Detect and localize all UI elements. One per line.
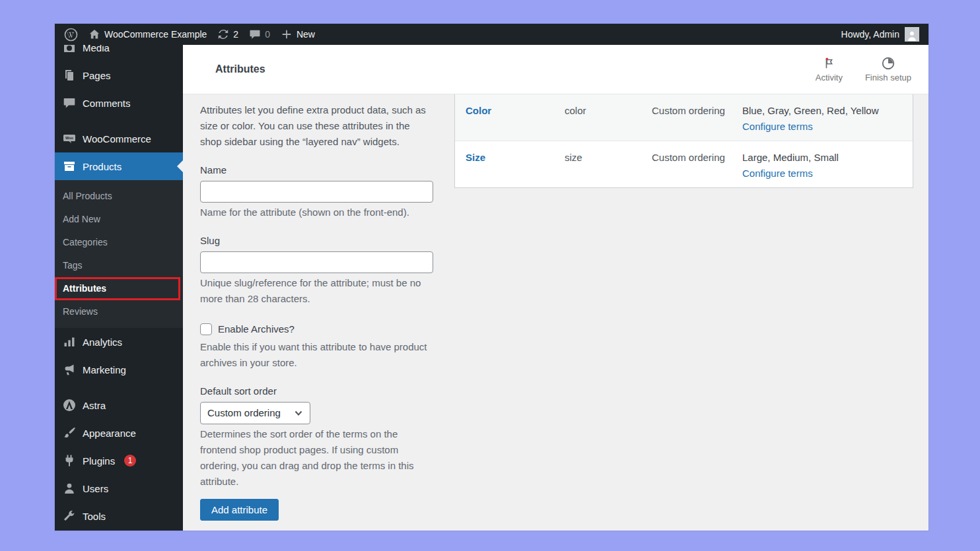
submenu-item-all-products[interactable]: All Products [55,184,183,207]
attribute-slug-cell: color [554,94,641,141]
sidebar-item-comments[interactable]: Comments [55,89,183,117]
new-content-menu[interactable]: New [281,28,315,40]
sort-order-label: Default sort order [200,383,433,399]
media-icon [63,45,76,54]
submenu-label: Add New [63,214,100,224]
updates-menu[interactable]: 2 [217,28,238,40]
terms-list: Blue, Gray, Green, Red, Yellow [742,103,906,119]
slug-input[interactable] [200,251,433,273]
sidebar-separator [55,117,183,125]
finish-setup-button[interactable]: Finish setup [865,56,911,82]
enable-archives-label: Enable Archives? [218,321,295,337]
attribute-orderby-cell: Custom ordering [641,94,732,141]
sidebar-item-label: Plugins [83,455,115,467]
submenu-label: All Products [63,191,112,201]
sidebar-item-media[interactable]: Media [55,45,183,61]
attributes-table: Color color Custom ordering Blue, Gray, … [454,94,913,188]
sidebar-item-label: Marketing [83,364,126,375]
comments-count: 0 [265,29,270,40]
sidebar-item-plugins[interactable]: Plugins 1 [55,447,183,474]
sidebar-item-marketing[interactable]: Marketing [55,356,183,383]
table-row-color: Color color Custom ordering Blue, Gray, … [455,94,913,141]
attribute-terms-cell: Large, Medium, Small Configure terms [732,141,913,187]
attribute-slug-cell: size [554,141,641,187]
sidebar-item-users[interactable]: Users [55,474,183,502]
appearance-icon [63,426,76,439]
svg-text:Woo: Woo [65,136,74,140]
sort-order-select[interactable]: Custom ordering [200,402,310,424]
sidebar-item-tools[interactable]: Tools [55,502,183,530]
site-menu[interactable]: WooCommerce Example [88,28,207,40]
submenu-item-add-new[interactable]: Add New [55,207,183,230]
sidebar: Media Pages Comments Woo WooCommerce Pro… [55,45,183,531]
table-row-size: Size size Custom ordering Large, Medium,… [455,141,913,187]
submenu-label: Reviews [63,306,98,317]
slug-label: Slug [200,233,433,249]
woocommerce-icon: Woo [63,132,76,145]
sidebar-item-label: Users [83,483,108,494]
sidebar-item-label: WooCommerce [83,133,151,145]
finish-setup-label: Finish setup [865,73,911,82]
configure-terms-link[interactable]: Configure terms [742,166,906,181]
users-icon [63,482,76,495]
sidebar-item-label: Tools [83,511,106,522]
page-title: Attributes [215,63,265,75]
sidebar-item-label: Astra [83,400,106,411]
sidebar-item-pages[interactable]: Pages [55,61,183,89]
submenu-label: Categories [63,237,108,247]
activity-button[interactable]: Activity [816,56,843,82]
attribute-orderby-cell: Custom ordering [641,141,732,187]
enable-archives-checkbox[interactable] [200,323,212,335]
analytics-icon [63,335,76,348]
attribute-name-link[interactable]: Size [466,152,485,163]
sidebar-item-analytics[interactable]: Analytics [55,328,183,356]
wordpress-logo-menu[interactable] [64,28,78,42]
sidebar-item-products[interactable]: Products [55,152,183,180]
submenu-label: Tags [63,260,83,271]
name-input[interactable] [200,181,433,203]
name-label: Name [200,162,433,178]
submenu-label: Attributes [63,283,106,294]
wordpress-logo-icon [64,28,78,42]
sidebar-item-woocommerce[interactable]: Woo WooCommerce [55,125,183,152]
pages-icon [63,69,76,82]
account-menu[interactable]: Howdy, Admin [841,27,919,42]
desktop: { "colors":{"accent":"#2271b1","annotati… [0,0,980,551]
sidebar-item-astra[interactable]: Astra [55,391,183,419]
slug-help-text: Unique slug/reference for the attribute;… [200,275,433,307]
new-label: New [297,29,315,40]
comments-menu[interactable]: 0 [249,28,270,40]
marketing-icon [63,363,76,376]
sidebar-item-label: Media [83,45,110,53]
sort-order-help-text: Determines the sort order of the terms o… [200,426,433,490]
howdy-text: Howdy, Admin [841,29,899,40]
activity-flag-icon [822,56,836,71]
submenu-item-reviews[interactable]: Reviews [55,300,183,323]
sort-order-value: Custom ordering [207,405,281,421]
terms-list: Large, Medium, Small [742,150,906,166]
chevron-down-icon [294,408,303,418]
sidebar-item-label: Analytics [83,337,122,348]
sidebar-item-label: Products [83,161,122,172]
plus-icon [281,28,293,40]
add-attribute-button[interactable]: Add attribute [200,499,279,521]
configure-terms-link[interactable]: Configure terms [742,119,906,135]
add-attribute-form: Attributes let you define extra product … [200,94,433,521]
page-header: Attributes Activity Finish setup [183,45,928,94]
submenu-item-categories[interactable]: Categories [55,230,183,253]
updates-count: 2 [233,29,238,40]
comments-icon [63,96,76,110]
submenu-item-attributes[interactable]: Attributes [55,276,183,300]
astra-icon [63,399,76,412]
plugins-update-badge: 1 [124,455,136,467]
header-actions: Activity Finish setup [816,56,911,82]
products-icon [63,160,76,173]
activity-label: Activity [816,73,843,82]
attributes-intro-text: Attributes let you define extra product … [200,102,433,150]
home-icon [88,28,100,40]
attribute-name-link[interactable]: Color [466,105,491,116]
avatar [905,27,919,42]
sidebar-item-appearance[interactable]: Appearance [55,419,183,447]
submenu-item-tags[interactable]: Tags [55,253,183,276]
comment-bubble-icon [249,28,261,40]
